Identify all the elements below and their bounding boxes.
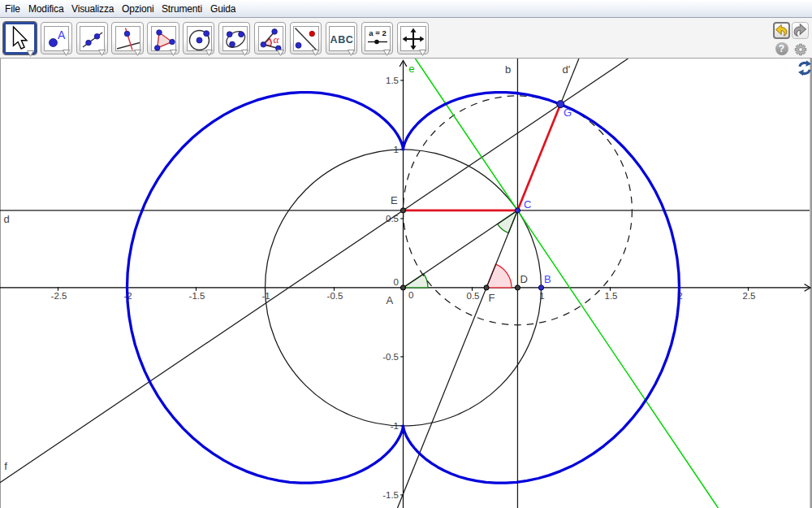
svg-text:ABC: ABC bbox=[330, 34, 354, 46]
svg-text:α: α bbox=[273, 33, 279, 45]
svg-text:C: C bbox=[524, 198, 531, 211]
svg-text:D: D bbox=[520, 273, 528, 285]
svg-text:G: G bbox=[564, 106, 572, 119]
svg-text:-0.5: -0.5 bbox=[382, 352, 399, 362]
svg-text:f: f bbox=[4, 460, 7, 472]
svg-text:A: A bbox=[387, 294, 394, 306]
svg-text:A: A bbox=[58, 28, 66, 41]
svg-text:-1.5: -1.5 bbox=[189, 291, 205, 301]
svg-text:-2.5: -2.5 bbox=[51, 291, 67, 301]
svg-text:d': d' bbox=[563, 63, 571, 76]
svg-text:1.5: 1.5 bbox=[605, 291, 618, 301]
svg-text:1: 1 bbox=[539, 291, 544, 301]
svg-text:E: E bbox=[391, 194, 398, 206]
svg-text:0: 0 bbox=[394, 277, 399, 287]
svg-text:0: 0 bbox=[408, 290, 413, 300]
svg-text:2.5: 2.5 bbox=[743, 291, 756, 301]
svg-text:-1.5: -1.5 bbox=[382, 490, 399, 500]
svg-text:F: F bbox=[489, 292, 495, 304]
svg-text:b: b bbox=[505, 63, 511, 76]
svg-text:B: B bbox=[544, 273, 551, 285]
svg-text:-0.5: -0.5 bbox=[327, 291, 343, 301]
svg-text:0.5: 0.5 bbox=[467, 291, 480, 301]
svg-text:1.5: 1.5 bbox=[386, 76, 399, 85]
svg-text:a = 2: a = 2 bbox=[369, 28, 387, 37]
svg-text:d: d bbox=[4, 213, 10, 225]
svg-text:e: e bbox=[408, 63, 414, 75]
